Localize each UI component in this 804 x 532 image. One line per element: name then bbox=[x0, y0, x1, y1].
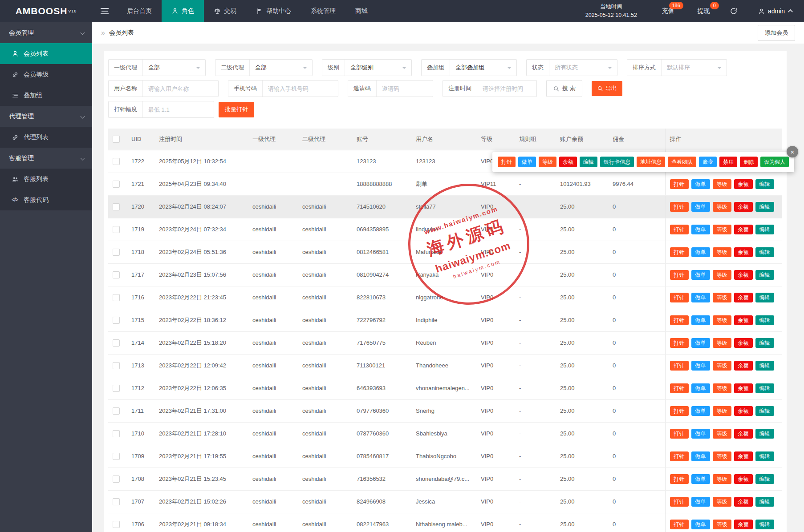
row-action-button[interactable]: 编辑 bbox=[755, 474, 774, 484]
popup-action-button[interactable]: 账变 bbox=[699, 157, 717, 167]
row-action-button[interactable]: 打针 bbox=[670, 270, 689, 280]
row-action-button[interactable]: 做单 bbox=[691, 383, 710, 393]
row-action-button[interactable]: 编辑 bbox=[755, 225, 774, 234]
row-checkbox[interactable] bbox=[113, 294, 120, 301]
export-button[interactable]: 导出 bbox=[592, 81, 622, 96]
popup-action-button[interactable]: 做单 bbox=[518, 157, 536, 167]
add-member-button[interactable]: 添加会员 bbox=[758, 25, 795, 41]
row-action-button[interactable]: 余额 bbox=[734, 315, 753, 325]
row-checkbox[interactable] bbox=[113, 317, 120, 324]
row-action-button[interactable]: 做单 bbox=[691, 361, 710, 371]
row-action-button[interactable]: 做单 bbox=[691, 293, 710, 302]
sidebar-group-member-mgmt[interactable]: 会员管理 bbox=[0, 22, 92, 43]
filter-select-stack-group[interactable]: 叠加组 全部叠加组 bbox=[421, 59, 517, 76]
row-checkbox[interactable] bbox=[113, 158, 120, 165]
sidebar-item-agent-list[interactable]: 代理列表 bbox=[0, 127, 92, 148]
row-action-button[interactable]: 打针 bbox=[670, 361, 689, 371]
row-action-button[interactable]: 做单 bbox=[691, 225, 710, 234]
row-action-button[interactable]: 打针 bbox=[670, 338, 689, 348]
popup-action-button[interactable]: 余额 bbox=[559, 157, 577, 167]
row-action-button[interactable]: 打针 bbox=[670, 520, 689, 529]
row-checkbox[interactable] bbox=[113, 249, 120, 256]
invite-code-input[interactable] bbox=[377, 85, 433, 92]
row-action-button[interactable]: 等级 bbox=[713, 202, 731, 212]
row-action-button[interactable]: 等级 bbox=[713, 429, 731, 439]
row-checkbox[interactable] bbox=[113, 476, 120, 483]
row-checkbox[interactable] bbox=[113, 407, 120, 415]
row-action-button[interactable]: 等级 bbox=[713, 406, 731, 416]
row-action-button[interactable]: 等级 bbox=[713, 270, 731, 280]
popup-action-button[interactable]: 设为假人 bbox=[760, 157, 789, 167]
row-action-button[interactable]: 余额 bbox=[734, 247, 753, 257]
row-checkbox[interactable] bbox=[113, 339, 120, 347]
popup-action-button[interactable]: 禁用 bbox=[719, 157, 737, 167]
row-action-button[interactable]: 等级 bbox=[713, 451, 731, 461]
row-action-button[interactable]: 做单 bbox=[691, 497, 710, 507]
sidebar-item-service-code[interactable]: </> 客服代码 bbox=[0, 189, 92, 210]
popup-action-button[interactable]: 查看团队 bbox=[668, 157, 696, 167]
row-checkbox[interactable] bbox=[113, 521, 120, 528]
row-action-button[interactable]: 余额 bbox=[734, 520, 753, 529]
row-action-button[interactable]: 等级 bbox=[713, 520, 731, 529]
recharge-link[interactable]: 充值 186 bbox=[650, 0, 686, 22]
row-action-button[interactable]: 编辑 bbox=[755, 497, 774, 507]
row-action-button[interactable]: 余额 bbox=[734, 338, 753, 348]
row-action-button[interactable]: 做单 bbox=[691, 179, 710, 189]
row-action-button[interactable]: 等级 bbox=[713, 474, 731, 484]
username-input[interactable] bbox=[143, 85, 218, 92]
row-action-button[interactable]: 等级 bbox=[713, 361, 731, 371]
row-action-button[interactable]: 编辑 bbox=[755, 179, 774, 189]
phone-input[interactable] bbox=[263, 85, 338, 92]
nav-item-system[interactable]: 系统管理 bbox=[301, 0, 345, 22]
row-action-button[interactable]: 做单 bbox=[691, 202, 710, 212]
sidebar-item-member-list[interactable]: 会员列表 bbox=[0, 43, 92, 64]
menu-toggle-icon[interactable] bbox=[92, 0, 117, 22]
sidebar-item-service-list[interactable]: 客服列表 bbox=[0, 169, 92, 189]
nav-item-dashboard[interactable]: 后台首页 bbox=[117, 0, 162, 22]
row-action-button[interactable]: 等级 bbox=[713, 315, 731, 325]
row-action-button[interactable]: 余额 bbox=[734, 179, 753, 189]
row-checkbox[interactable] bbox=[113, 271, 120, 278]
row-action-button[interactable]: 打针 bbox=[670, 497, 689, 507]
filter-select-level[interactable]: 级别 全部级别 bbox=[322, 59, 412, 76]
row-action-button[interactable]: 做单 bbox=[691, 315, 710, 325]
row-action-button[interactable]: 做单 bbox=[691, 270, 710, 280]
row-checkbox[interactable] bbox=[113, 498, 120, 505]
row-action-button[interactable]: 做单 bbox=[691, 474, 710, 484]
sidebar-group-agent-mgmt[interactable]: 代理管理 bbox=[0, 106, 92, 127]
row-action-button[interactable]: 等级 bbox=[713, 338, 731, 348]
row-action-button[interactable]: 打针 bbox=[670, 225, 689, 234]
row-action-button[interactable]: 编辑 bbox=[755, 383, 774, 393]
row-action-button[interactable]: 编辑 bbox=[755, 270, 774, 280]
popup-action-button[interactable]: 等级 bbox=[539, 157, 556, 167]
row-action-button[interactable]: 等级 bbox=[713, 247, 731, 257]
row-action-button[interactable]: 打针 bbox=[670, 451, 689, 461]
row-action-button[interactable]: 等级 bbox=[713, 497, 731, 507]
row-action-button[interactable]: 做单 bbox=[691, 247, 710, 257]
row-action-button[interactable]: 做单 bbox=[691, 338, 710, 348]
nav-item-roles[interactable]: 角色 bbox=[162, 0, 204, 22]
row-action-button[interactable]: 打针 bbox=[670, 179, 689, 189]
row-action-button[interactable]: 余额 bbox=[734, 383, 753, 393]
row-action-button[interactable]: 编辑 bbox=[755, 520, 774, 529]
row-action-button[interactable]: 等级 bbox=[713, 225, 731, 234]
row-checkbox[interactable] bbox=[113, 226, 120, 233]
row-action-button[interactable]: 余额 bbox=[734, 429, 753, 439]
nav-item-trade[interactable]: 交易 bbox=[204, 0, 246, 22]
popup-action-button[interactable]: 删除 bbox=[740, 157, 758, 167]
row-action-button[interactable]: 编辑 bbox=[755, 247, 774, 257]
filter-select-agent1[interactable]: 一级代理 全部 bbox=[108, 59, 206, 76]
row-action-button[interactable]: 余额 bbox=[734, 361, 753, 371]
row-action-button[interactable]: 等级 bbox=[713, 293, 731, 302]
row-action-button[interactable]: 做单 bbox=[691, 429, 710, 439]
row-action-button[interactable]: 余额 bbox=[734, 270, 753, 280]
nav-item-mall[interactable]: 商城 bbox=[345, 0, 378, 22]
row-checkbox[interactable] bbox=[113, 362, 120, 369]
row-action-button[interactable]: 余额 bbox=[734, 202, 753, 212]
sidebar-group-service-mgmt[interactable]: 客服管理 bbox=[0, 148, 92, 169]
row-action-button[interactable]: 编辑 bbox=[755, 406, 774, 416]
search-button[interactable]: 搜 索 bbox=[546, 80, 582, 97]
sidebar-item-stack-group[interactable]: 叠加组 bbox=[0, 85, 92, 106]
row-action-button[interactable]: 做单 bbox=[691, 406, 710, 416]
row-action-button[interactable]: 打针 bbox=[670, 474, 689, 484]
